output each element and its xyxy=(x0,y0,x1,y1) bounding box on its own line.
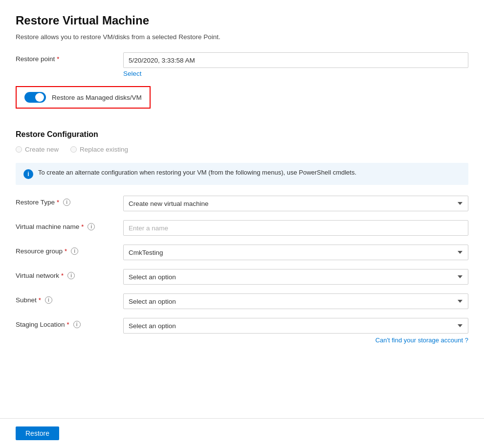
info-message: To create an alternate configuration whe… xyxy=(38,169,356,176)
restore-point-input[interactable] xyxy=(123,52,468,68)
main-content: Restore Virtual Machine Restore allows y… xyxy=(0,0,484,418)
required-star-vm-name: * xyxy=(81,223,84,230)
resource-group-select-wrapper: CmkTesting xyxy=(123,245,468,260)
virtual-network-label: Virtual network * i xyxy=(16,269,123,279)
radio-replace-existing[interactable]: Replace existing xyxy=(70,146,128,153)
vm-name-info-icon: i xyxy=(88,223,95,230)
restore-point-control: Select xyxy=(123,52,468,77)
required-star: * xyxy=(57,55,59,63)
virtual-network-select[interactable]: Select an option xyxy=(123,269,468,285)
footer: Restore xyxy=(0,418,484,448)
resource-group-control: CmkTesting xyxy=(123,245,468,260)
restore-type-control: Create new virtual machine xyxy=(123,196,468,211)
toggle-label: Restore as Managed disks/VM xyxy=(52,94,142,101)
virtual-network-select-wrapper: Select an option xyxy=(123,269,468,285)
resource-group-label: Resource group * i xyxy=(16,245,123,255)
page-title: Restore Virtual Machine xyxy=(16,14,468,27)
managed-disks-toggle[interactable] xyxy=(24,92,46,103)
info-box: i To create an alternate configuration w… xyxy=(16,163,468,185)
vm-name-control xyxy=(123,220,468,236)
subnet-select[interactable]: Select an option xyxy=(123,293,468,309)
virtual-network-info-icon: i xyxy=(67,272,75,279)
staging-location-label: Staging Location * i xyxy=(16,318,123,328)
resource-group-info-icon: i xyxy=(71,247,78,255)
restore-type-select[interactable]: Create new virtual machine xyxy=(123,196,468,211)
restore-type-info-icon: i xyxy=(63,199,70,206)
resource-group-select[interactable]: CmkTesting xyxy=(123,245,468,260)
staging-location-select-wrapper: Select an option xyxy=(123,318,468,334)
virtual-network-row: Virtual network * i Select an option xyxy=(16,269,468,285)
restore-point-select-link[interactable]: Select xyxy=(123,70,468,77)
subtitle: Restore allows you to restore VM/disks f… xyxy=(16,33,468,41)
restore-type-row: Restore Type * i Create new virtual mach… xyxy=(16,196,468,211)
staging-location-control: Select an option Can't find your storage… xyxy=(123,318,468,344)
required-star-virtual-network: * xyxy=(61,272,64,279)
page-container: Restore Virtual Machine Restore allows y… xyxy=(0,0,484,448)
subnet-row: Subnet * i Select an option xyxy=(16,293,468,309)
resource-group-row: Resource group * i CmkTesting xyxy=(16,245,468,260)
radio-create-new[interactable]: Create new xyxy=(16,146,59,153)
staging-location-info-icon: i xyxy=(73,321,81,328)
info-circle-icon: i xyxy=(23,169,33,179)
radio-group: Create new Replace existing xyxy=(16,146,468,153)
restore-type-label: Restore Type * i xyxy=(16,196,123,206)
restore-type-select-wrapper: Create new virtual machine xyxy=(123,196,468,211)
staging-location-select[interactable]: Select an option xyxy=(123,318,468,334)
vm-name-input[interactable] xyxy=(123,220,468,236)
required-star-subnet: * xyxy=(39,296,41,304)
restore-point-row: Restore point * Select xyxy=(16,52,468,77)
required-star-restore-type: * xyxy=(57,199,59,206)
toggle-slider xyxy=(24,92,46,103)
subnet-info-icon: i xyxy=(45,296,52,304)
subnet-control: Select an option xyxy=(123,293,468,309)
required-star-staging-location: * xyxy=(67,321,69,328)
toggle-section-wrapper: Restore as Managed disks/VM xyxy=(16,86,468,119)
required-star-resource-group: * xyxy=(65,247,67,255)
toggle-section: Restore as Managed disks/VM xyxy=(16,86,151,109)
cant-find-row: Can't find your storage account ? xyxy=(123,336,468,344)
subnet-select-wrapper: Select an option xyxy=(123,293,468,309)
restore-button[interactable]: Restore xyxy=(16,426,59,440)
subnet-label: Subnet * i xyxy=(16,293,123,304)
vm-name-label: Virtual machine name * i xyxy=(16,220,123,230)
cant-find-storage-link[interactable]: Can't find your storage account ? xyxy=(375,336,468,344)
restore-configuration-header: Restore Configuration xyxy=(16,130,468,139)
vm-name-row: Virtual machine name * i xyxy=(16,220,468,236)
staging-location-row: Staging Location * i Select an option Ca… xyxy=(16,318,468,344)
restore-point-label: Restore point * xyxy=(16,52,123,63)
virtual-network-control: Select an option xyxy=(123,269,468,285)
